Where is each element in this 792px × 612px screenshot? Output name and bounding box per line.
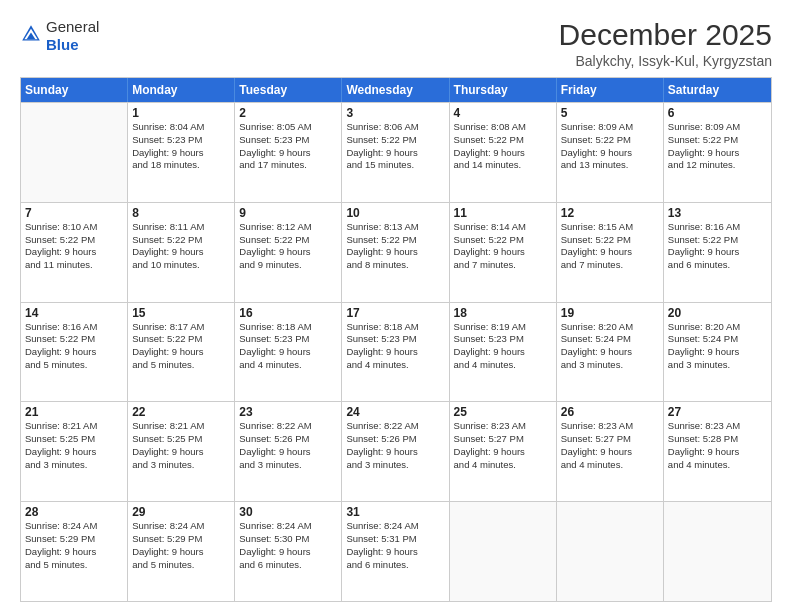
cell-info: Sunrise: 8:04 AM Sunset: 5:23 PM Dayligh… bbox=[132, 121, 230, 172]
day-number: 22 bbox=[132, 405, 230, 419]
cell-info: Sunrise: 8:22 AM Sunset: 5:26 PM Dayligh… bbox=[239, 420, 337, 471]
cell-info: Sunrise: 8:23 AM Sunset: 5:28 PM Dayligh… bbox=[668, 420, 767, 471]
cal-cell: 10Sunrise: 8:13 AM Sunset: 5:22 PM Dayli… bbox=[342, 203, 449, 302]
day-number: 3 bbox=[346, 106, 444, 120]
cal-cell: 13Sunrise: 8:16 AM Sunset: 5:22 PM Dayli… bbox=[664, 203, 771, 302]
cal-cell: 28Sunrise: 8:24 AM Sunset: 5:29 PM Dayli… bbox=[21, 502, 128, 601]
cal-cell: 24Sunrise: 8:22 AM Sunset: 5:26 PM Dayli… bbox=[342, 402, 449, 501]
day-number: 17 bbox=[346, 306, 444, 320]
cal-cell: 7Sunrise: 8:10 AM Sunset: 5:22 PM Daylig… bbox=[21, 203, 128, 302]
week-row-3: 14Sunrise: 8:16 AM Sunset: 5:22 PM Dayli… bbox=[21, 302, 771, 402]
cell-info: Sunrise: 8:17 AM Sunset: 5:22 PM Dayligh… bbox=[132, 321, 230, 372]
header-day-saturday: Saturday bbox=[664, 78, 771, 102]
week-row-5: 28Sunrise: 8:24 AM Sunset: 5:29 PM Dayli… bbox=[21, 501, 771, 601]
calendar-body: 1Sunrise: 8:04 AM Sunset: 5:23 PM Daylig… bbox=[21, 102, 771, 601]
day-number: 13 bbox=[668, 206, 767, 220]
header-day-thursday: Thursday bbox=[450, 78, 557, 102]
cell-info: Sunrise: 8:12 AM Sunset: 5:22 PM Dayligh… bbox=[239, 221, 337, 272]
day-number: 26 bbox=[561, 405, 659, 419]
day-number: 6 bbox=[668, 106, 767, 120]
cal-cell: 21Sunrise: 8:21 AM Sunset: 5:25 PM Dayli… bbox=[21, 402, 128, 501]
cal-cell: 20Sunrise: 8:20 AM Sunset: 5:24 PM Dayli… bbox=[664, 303, 771, 402]
cell-info: Sunrise: 8:23 AM Sunset: 5:27 PM Dayligh… bbox=[454, 420, 552, 471]
week-row-1: 1Sunrise: 8:04 AM Sunset: 5:23 PM Daylig… bbox=[21, 102, 771, 202]
day-number: 20 bbox=[668, 306, 767, 320]
day-number: 19 bbox=[561, 306, 659, 320]
cal-cell: 27Sunrise: 8:23 AM Sunset: 5:28 PM Dayli… bbox=[664, 402, 771, 501]
cal-cell bbox=[557, 502, 664, 601]
day-number: 2 bbox=[239, 106, 337, 120]
calendar: SundayMondayTuesdayWednesdayThursdayFrid… bbox=[20, 77, 772, 602]
day-number: 5 bbox=[561, 106, 659, 120]
cell-info: Sunrise: 8:24 AM Sunset: 5:29 PM Dayligh… bbox=[132, 520, 230, 571]
page: General Blue December 2025 Balykchy, Iss… bbox=[0, 0, 792, 612]
cal-cell bbox=[664, 502, 771, 601]
header-day-wednesday: Wednesday bbox=[342, 78, 449, 102]
title-block: December 2025 Balykchy, Issyk-Kul, Kyrgy… bbox=[559, 18, 772, 69]
cell-info: Sunrise: 8:05 AM Sunset: 5:23 PM Dayligh… bbox=[239, 121, 337, 172]
day-number: 14 bbox=[25, 306, 123, 320]
cal-cell: 22Sunrise: 8:21 AM Sunset: 5:25 PM Dayli… bbox=[128, 402, 235, 501]
cell-info: Sunrise: 8:18 AM Sunset: 5:23 PM Dayligh… bbox=[239, 321, 337, 372]
cell-info: Sunrise: 8:16 AM Sunset: 5:22 PM Dayligh… bbox=[25, 321, 123, 372]
day-number: 11 bbox=[454, 206, 552, 220]
cell-info: Sunrise: 8:14 AM Sunset: 5:22 PM Dayligh… bbox=[454, 221, 552, 272]
week-row-2: 7Sunrise: 8:10 AM Sunset: 5:22 PM Daylig… bbox=[21, 202, 771, 302]
cell-info: Sunrise: 8:19 AM Sunset: 5:23 PM Dayligh… bbox=[454, 321, 552, 372]
day-number: 24 bbox=[346, 405, 444, 419]
cal-cell: 3Sunrise: 8:06 AM Sunset: 5:22 PM Daylig… bbox=[342, 103, 449, 202]
cal-cell bbox=[450, 502, 557, 601]
cal-cell: 14Sunrise: 8:16 AM Sunset: 5:22 PM Dayli… bbox=[21, 303, 128, 402]
calendar-header: SundayMondayTuesdayWednesdayThursdayFrid… bbox=[21, 78, 771, 102]
cal-cell: 17Sunrise: 8:18 AM Sunset: 5:23 PM Dayli… bbox=[342, 303, 449, 402]
day-number: 4 bbox=[454, 106, 552, 120]
cal-cell: 26Sunrise: 8:23 AM Sunset: 5:27 PM Dayli… bbox=[557, 402, 664, 501]
cell-info: Sunrise: 8:13 AM Sunset: 5:22 PM Dayligh… bbox=[346, 221, 444, 272]
header-day-tuesday: Tuesday bbox=[235, 78, 342, 102]
cal-cell: 8Sunrise: 8:11 AM Sunset: 5:22 PM Daylig… bbox=[128, 203, 235, 302]
header-day-friday: Friday bbox=[557, 78, 664, 102]
cal-cell bbox=[21, 103, 128, 202]
cal-cell: 11Sunrise: 8:14 AM Sunset: 5:22 PM Dayli… bbox=[450, 203, 557, 302]
day-number: 16 bbox=[239, 306, 337, 320]
cell-info: Sunrise: 8:10 AM Sunset: 5:22 PM Dayligh… bbox=[25, 221, 123, 272]
cal-cell: 16Sunrise: 8:18 AM Sunset: 5:23 PM Dayli… bbox=[235, 303, 342, 402]
cal-cell: 25Sunrise: 8:23 AM Sunset: 5:27 PM Dayli… bbox=[450, 402, 557, 501]
logo-icon bbox=[20, 23, 42, 49]
cell-info: Sunrise: 8:24 AM Sunset: 5:31 PM Dayligh… bbox=[346, 520, 444, 571]
cell-info: Sunrise: 8:11 AM Sunset: 5:22 PM Dayligh… bbox=[132, 221, 230, 272]
header-day-monday: Monday bbox=[128, 78, 235, 102]
cal-cell: 19Sunrise: 8:20 AM Sunset: 5:24 PM Dayli… bbox=[557, 303, 664, 402]
cell-info: Sunrise: 8:21 AM Sunset: 5:25 PM Dayligh… bbox=[132, 420, 230, 471]
cal-cell: 2Sunrise: 8:05 AM Sunset: 5:23 PM Daylig… bbox=[235, 103, 342, 202]
day-number: 25 bbox=[454, 405, 552, 419]
logo: General Blue bbox=[20, 18, 99, 54]
cell-info: Sunrise: 8:18 AM Sunset: 5:23 PM Dayligh… bbox=[346, 321, 444, 372]
cell-info: Sunrise: 8:21 AM Sunset: 5:25 PM Dayligh… bbox=[25, 420, 123, 471]
cell-info: Sunrise: 8:20 AM Sunset: 5:24 PM Dayligh… bbox=[668, 321, 767, 372]
cell-info: Sunrise: 8:24 AM Sunset: 5:29 PM Dayligh… bbox=[25, 520, 123, 571]
cal-cell: 31Sunrise: 8:24 AM Sunset: 5:31 PM Dayli… bbox=[342, 502, 449, 601]
day-number: 12 bbox=[561, 206, 659, 220]
day-number: 28 bbox=[25, 505, 123, 519]
cal-cell: 12Sunrise: 8:15 AM Sunset: 5:22 PM Dayli… bbox=[557, 203, 664, 302]
cal-cell: 30Sunrise: 8:24 AM Sunset: 5:30 PM Dayli… bbox=[235, 502, 342, 601]
cal-cell: 4Sunrise: 8:08 AM Sunset: 5:22 PM Daylig… bbox=[450, 103, 557, 202]
logo-text: General Blue bbox=[46, 18, 99, 54]
cal-cell: 23Sunrise: 8:22 AM Sunset: 5:26 PM Dayli… bbox=[235, 402, 342, 501]
location-title: Balykchy, Issyk-Kul, Kyrgyzstan bbox=[559, 53, 772, 69]
day-number: 7 bbox=[25, 206, 123, 220]
cal-cell: 6Sunrise: 8:09 AM Sunset: 5:22 PM Daylig… bbox=[664, 103, 771, 202]
day-number: 8 bbox=[132, 206, 230, 220]
cell-info: Sunrise: 8:09 AM Sunset: 5:22 PM Dayligh… bbox=[668, 121, 767, 172]
cal-cell: 18Sunrise: 8:19 AM Sunset: 5:23 PM Dayli… bbox=[450, 303, 557, 402]
cell-info: Sunrise: 8:22 AM Sunset: 5:26 PM Dayligh… bbox=[346, 420, 444, 471]
header-day-sunday: Sunday bbox=[21, 78, 128, 102]
day-number: 30 bbox=[239, 505, 337, 519]
cell-info: Sunrise: 8:16 AM Sunset: 5:22 PM Dayligh… bbox=[668, 221, 767, 272]
day-number: 31 bbox=[346, 505, 444, 519]
logo-general: General bbox=[46, 18, 99, 35]
cal-cell: 1Sunrise: 8:04 AM Sunset: 5:23 PM Daylig… bbox=[128, 103, 235, 202]
cal-cell: 5Sunrise: 8:09 AM Sunset: 5:22 PM Daylig… bbox=[557, 103, 664, 202]
day-number: 10 bbox=[346, 206, 444, 220]
